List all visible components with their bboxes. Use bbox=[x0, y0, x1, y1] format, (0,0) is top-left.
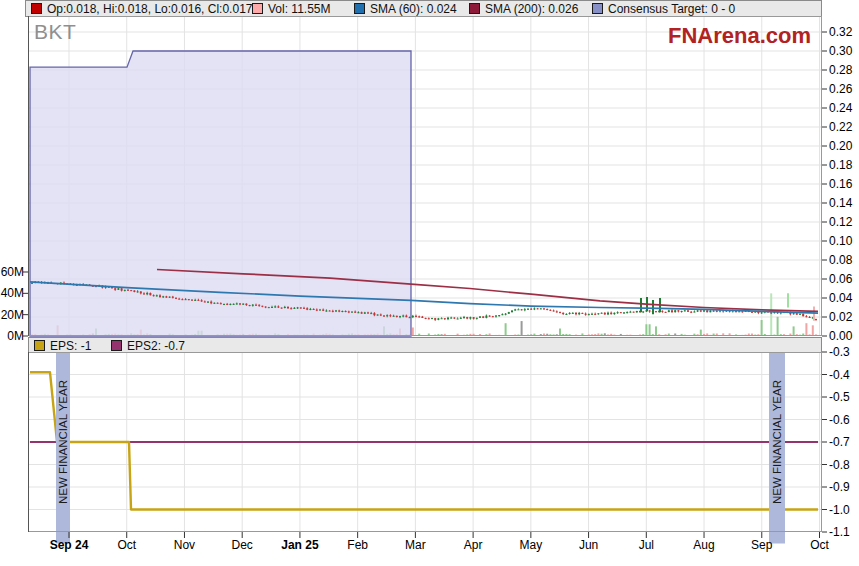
financial-year-bands: NEW FINANCIAL YEARNEW FINANCIAL YEAR bbox=[56, 353, 785, 544]
financial-year-band-label: NEW FINANCIAL YEAR bbox=[57, 380, 69, 504]
stock-chart-window: Op:0.018, Hi:0.018, Lo:0.016, Cl:0.017Vo… bbox=[0, 0, 859, 566]
eps-line bbox=[30, 372, 818, 509]
ticker-symbol: BKT bbox=[34, 20, 76, 44]
chart-canvas: NEW FINANCIAL YEARNEW FINANCIAL YEAR bbox=[0, 0, 859, 566]
financial-year-band-label: NEW FINANCIAL YEAR bbox=[771, 380, 783, 504]
consensus-target-region bbox=[30, 51, 411, 336]
fnarena-watermark[interactable]: FNArena.com bbox=[668, 23, 811, 49]
